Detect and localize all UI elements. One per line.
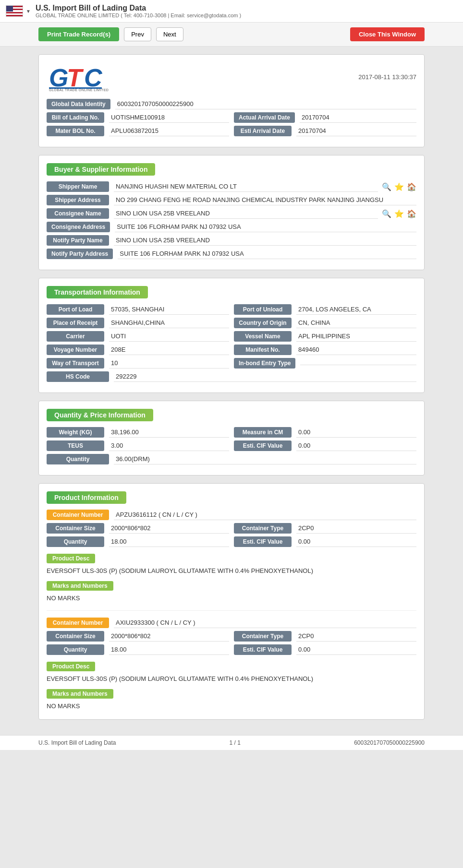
next-button[interactable]: Next — [156, 27, 183, 41]
container-1: Container Number APZU3616112 ( CN / L / … — [47, 510, 416, 604]
container-2-size-label: Container Size — [47, 631, 104, 642]
transportation-title: Transportation Information — [47, 286, 148, 298]
vessel-name-value: APL PHILIPPINES — [296, 331, 416, 342]
flag-dropdown[interactable]: ▼ — [26, 9, 31, 14]
close-button[interactable]: Close This Window — [350, 27, 425, 41]
notify-party-address-value: SUITE 106 FLORHAM PARK NJ 07932 USA — [118, 249, 416, 259]
container-1-cif-value: 0.00 — [296, 536, 416, 547]
in-bond-label: In-bond Entry Type — [234, 358, 295, 369]
master-bol-row: Mater BOL No. APLU063872015 Esti Arrival… — [47, 126, 416, 136]
app-title-block: U.S. Import Bill of Lading Data GLOBAL T… — [31, 4, 241, 18]
quantity-price-header: Quantity & Price Information — [47, 409, 416, 421]
country-of-origin-label: Country of Origin — [234, 318, 292, 328]
container-1-qty-cif-row: Quantity 18.00 Esti. CIF Value 0.00 — [47, 536, 416, 547]
actual-arrival-label: Actual Arrival Date — [234, 112, 295, 123]
container-2-qty-value: 18.00 — [109, 644, 229, 655]
container-2-qty-cif-row: Quantity 18.00 Esti. CIF Value 0.00 — [47, 644, 416, 655]
shipper-star-icon[interactable]: ⭐ — [394, 182, 404, 191]
main-card: G T C GLOBAL TRADE ONLINE LIMITED 2017-0… — [38, 54, 425, 147]
transportation-header: Transportation Information — [47, 286, 416, 298]
bol-col: Bill of Lading No. UOTISHME100918 — [47, 112, 229, 123]
manifest-no-col: Manifest No. 849460 — [234, 345, 416, 355]
container-2-type-col: Container Type 2CP0 — [234, 631, 416, 642]
container-1-cif-col: Esti. CIF Value 0.00 — [234, 536, 416, 547]
container-1-size-value: 2000*806*802 — [109, 523, 229, 534]
container-1-qty-value: 18.00 — [109, 536, 229, 547]
container-1-marks-label: Marks and Numbers — [47, 581, 113, 591]
carrier-label: Carrier — [47, 331, 104, 342]
consignee-star-icon[interactable]: ⭐ — [394, 209, 404, 218]
flag-icon — [6, 5, 23, 17]
vessel-name-col: Vessel Name APL PHILIPPINES — [234, 331, 416, 342]
shipper-address-value: NO 299 CHANG FENG HE ROAD NANJING CHEMIC… — [114, 195, 416, 205]
voyage-number-label: Voyage Number — [47, 345, 104, 355]
notify-party-name-row: Notify Party Name SINO LION USA 25B VREE… — [47, 235, 416, 246]
way-of-transport-col: Way of Transport 10 — [47, 358, 229, 369]
esti-cif-col: Esti. CIF Value 0.00 — [234, 440, 416, 451]
quantity-price-title: Quantity & Price Information — [47, 409, 153, 421]
container-2-product-desc-row: Product Desc EVERSOFT ULS-30S (P) (SODIU… — [47, 659, 416, 684]
teus-cif-row: TEUS 3.00 Esti. CIF Value 0.00 — [47, 440, 416, 451]
esti-arrival-col: Esti Arrival Date 20170704 — [234, 126, 416, 136]
container-1-type-col: Container Type 2CP0 — [234, 523, 416, 534]
app-title: U.S. Import Bill of Lading Data — [36, 4, 241, 12]
notify-party-name-value: SINO LION USA 25B VREELAND — [114, 235, 416, 246]
consignee-name-value: SINO LION USA 25B VREELAND — [114, 208, 378, 219]
shipper-search-icon[interactable]: 🔍 — [382, 182, 391, 191]
shipper-home-icon[interactable]: 🏠 — [407, 182, 416, 191]
in-bond-col: In-bond Entry Type — [234, 358, 416, 369]
container-2-marks-label: Marks and Numbers — [47, 689, 113, 699]
container-1-size-col: Container Size 2000*806*802 — [47, 523, 229, 534]
datetime: 2017-08-11 13:30:37 — [358, 73, 416, 81]
hs-code-value: 292229 — [114, 371, 416, 382]
master-bol-value: APLU063872015 — [109, 126, 229, 136]
container-2-qty-col: Quantity 18.00 — [47, 644, 229, 655]
country-of-origin-value: CN, CHINA — [296, 318, 416, 328]
toolbar: Print Trade Record(s) Prev Next Close Th… — [0, 23, 463, 47]
container-2-number-label: Container Number — [47, 618, 109, 628]
port-of-unload-col: Port of Unload 2704, LOS ANGELES, CA — [234, 304, 416, 315]
port-of-load-col: Port of Load 57035, SHANGHAI — [47, 304, 229, 315]
container-1-number-row: Container Number APZU3616112 ( CN / L / … — [47, 510, 416, 520]
print-button[interactable]: Print Trade Record(s) — [38, 27, 119, 41]
receipt-origin-row: Place of Receipt SHANGHAI,CHINA Country … — [47, 318, 416, 328]
consignee-search-icon[interactable]: 🔍 — [382, 209, 391, 218]
prev-button[interactable]: Prev — [124, 27, 151, 41]
actual-arrival-value: 20170704 — [300, 112, 416, 123]
consignee-address-label: Consignee Address — [47, 222, 110, 232]
svg-text:C: C — [84, 64, 103, 91]
way-of-transport-label: Way of Transport — [47, 358, 104, 369]
manifest-no-value: 849460 — [296, 345, 416, 355]
container-1-size-label: Container Size — [47, 523, 104, 534]
master-bol-col: Mater BOL No. APLU063872015 — [47, 126, 229, 136]
container-1-product-desc-text: EVERSOFT ULS-30S (P) (SODIUM LAUROYL GLU… — [47, 565, 416, 576]
product-info-card: Product Information Container Number APZ… — [38, 483, 425, 720]
country-of-origin-col: Country of Origin CN, CHINA — [234, 318, 416, 328]
container-2-product-desc-label: Product Desc — [47, 662, 95, 671]
in-bond-value — [300, 362, 416, 365]
product-info-header: Product Information — [47, 491, 416, 504]
container-2-type-value: 2CP0 — [296, 631, 416, 642]
container-2-product-desc-text: EVERSOFT ULS-30S (P) (SODIUM LAUROYL GLU… — [47, 673, 416, 684]
buyer-supplier-title: Buyer & Supplier Information — [47, 163, 155, 176]
place-of-receipt-col: Place of Receipt SHANGHAI,CHINA — [47, 318, 229, 328]
top-bar: ▼ U.S. Import Bill of Lading Data GLOBAL… — [0, 0, 463, 23]
weight-value: 38,196.00 — [109, 427, 229, 438]
weight-col: Weight (KG) 38,196.00 — [47, 427, 229, 438]
consignee-address-row: Consignee Address SUITE 106 FLORHAM PARK… — [47, 222, 416, 232]
voyage-number-col: Voyage Number 208E — [47, 345, 229, 355]
svg-text:T: T — [67, 64, 84, 91]
place-of-receipt-label: Place of Receipt — [47, 318, 104, 328]
main-content: G T C GLOBAL TRADE ONLINE LIMITED 2017-0… — [0, 47, 463, 735]
actual-arrival-col: Actual Arrival Date 20170704 — [234, 112, 416, 123]
footer: U.S. Import Bill of Lading Data 1 / 1 60… — [0, 735, 463, 750]
weight-measure-row: Weight (KG) 38,196.00 Measure in CM 0.00 — [47, 427, 416, 438]
consignee-home-icon[interactable]: 🏠 — [407, 209, 416, 218]
bol-label: Bill of Lading No. — [47, 112, 104, 123]
notify-party-address-row: Notify Party Address SUITE 106 FLORHAM P… — [47, 249, 416, 259]
container-2-qty-label: Quantity — [47, 644, 104, 655]
container-2-size-value: 2000*806*802 — [109, 631, 229, 642]
carrier-value: UOTI — [109, 331, 229, 342]
container-divider — [47, 610, 416, 611]
container-1-type-value: 2CP0 — [296, 523, 416, 534]
